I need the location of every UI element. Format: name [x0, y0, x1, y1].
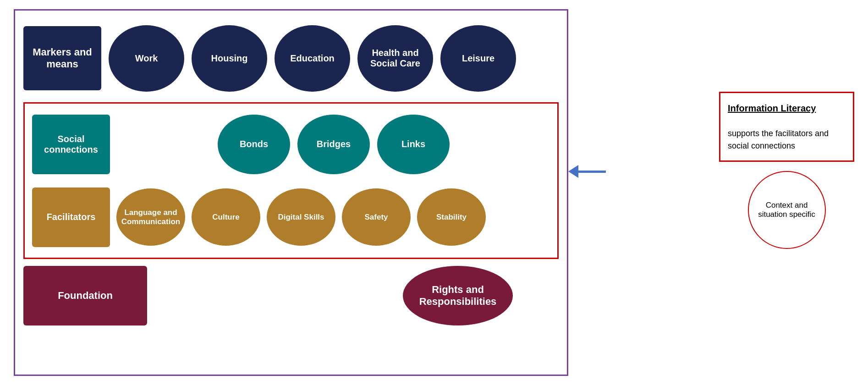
language-oval: Language and Communication	[116, 188, 185, 246]
social-ovals-group: Bonds Bridges Links	[218, 115, 450, 174]
info-literacy-title: Information Literacy	[728, 101, 846, 115]
bridges-oval: Bridges	[297, 115, 370, 174]
culture-oval: Culture	[192, 188, 260, 246]
social-row: Social connections Bonds Bridges Links	[32, 111, 550, 177]
info-literacy-body: supports the facilitators and social con…	[728, 129, 829, 150]
bonds-oval: Bonds	[218, 115, 290, 174]
arrow-head	[568, 165, 578, 178]
facilitators-box: Facilitators	[32, 187, 110, 247]
work-oval: Work	[109, 25, 184, 92]
top-row: Markers and means Work Housing Education…	[15, 11, 567, 102]
leisure-oval: Leisure	[440, 25, 516, 92]
facilitators-row: Facilitators Language and Communication …	[32, 184, 550, 250]
context-circle: Context and situation specific	[748, 171, 826, 249]
red-section: Social connections Bonds Bridges Links F…	[23, 102, 559, 259]
right-panel: Information Literacy supports the facili…	[719, 92, 854, 249]
rights-oval: Rights and Responsibilities	[403, 266, 513, 325]
arrow-container	[568, 165, 606, 178]
digital-skills-oval: Digital Skills	[267, 188, 335, 246]
safety-oval: Safety	[342, 188, 411, 246]
stability-oval: Stability	[417, 188, 486, 246]
arrow	[568, 165, 606, 178]
arrow-line	[578, 171, 606, 173]
bottom-row: Foundation Rights and Responsibilities	[15, 259, 567, 332]
links-oval: Links	[377, 115, 450, 174]
markers-box: Markers and means	[23, 26, 101, 90]
foundation-box: Foundation	[23, 266, 147, 325]
health-oval: Health and Social Care	[357, 25, 433, 92]
info-literacy-box: Information Literacy supports the facili…	[719, 92, 854, 162]
education-oval: Education	[275, 25, 350, 92]
main-container: Markers and means Work Housing Education…	[14, 9, 568, 376]
housing-oval: Housing	[192, 25, 267, 92]
social-connections-box: Social connections	[32, 115, 110, 174]
